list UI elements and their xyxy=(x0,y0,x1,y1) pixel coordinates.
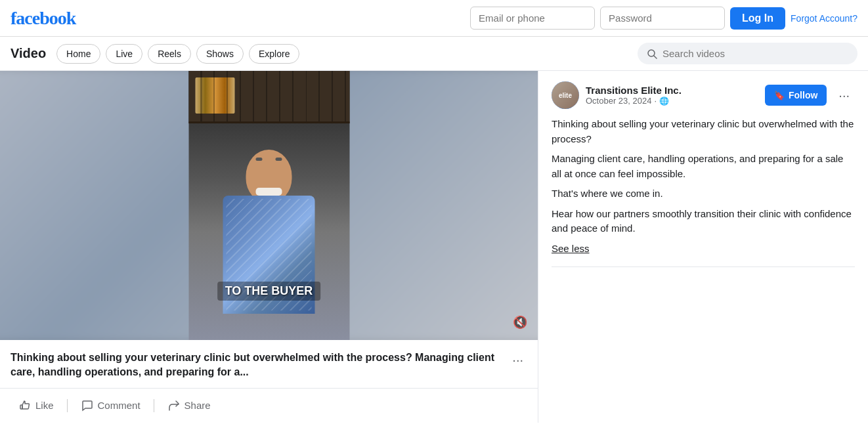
share-icon xyxy=(167,399,181,412)
channel-info: Transitions Elite Inc. October 23, 2024 … xyxy=(586,85,758,106)
description-divider xyxy=(552,266,855,267)
bookshelf-bg xyxy=(188,71,349,123)
video-info: Thinking about selling your veterinary c… xyxy=(0,340,538,389)
video-controls: 🔇 xyxy=(513,315,527,330)
subnav: Video Home Live Reels Shows Explore xyxy=(0,37,868,71)
share-button[interactable]: Share xyxy=(160,394,219,417)
globe-icon: 🌐 xyxy=(659,96,669,106)
main-layout: TO THE BUYER 🔇 Thinking about selling yo… xyxy=(0,71,868,423)
bookmark-icon: 🔖 xyxy=(774,91,785,100)
login-button[interactable]: Log In xyxy=(730,7,785,30)
like-label: Like xyxy=(35,400,54,411)
video-section: TO THE BUYER 🔇 Thinking about selling yo… xyxy=(0,71,538,423)
auth-section: Log In Forgot Account? xyxy=(470,7,857,30)
comment-icon xyxy=(81,399,94,412)
subnav-shows[interactable]: Shows xyxy=(196,44,244,64)
channel-meta: October 23, 2024 · 🌐 xyxy=(586,96,758,106)
desc-line2: Managing client care, handling operation… xyxy=(552,152,855,181)
channel-row: elite Transitions Elite Inc. October 23,… xyxy=(552,81,855,109)
subnav-explore[interactable]: Explore xyxy=(249,44,299,64)
header: facebook Log In Forgot Account? xyxy=(0,0,868,37)
desc-line3: That's where we come in. xyxy=(552,186,855,202)
follow-label: Follow xyxy=(789,90,817,100)
svg-line-1 xyxy=(654,56,657,58)
password-input[interactable] xyxy=(600,7,725,30)
subnav-title: Video xyxy=(11,46,46,61)
forgot-account-link[interactable]: Forgot Account? xyxy=(791,13,857,24)
volume-icon[interactable]: 🔇 xyxy=(513,315,527,330)
desc-line1: Thinking about selling your veterinary c… xyxy=(552,117,855,146)
right-panel: elite Transitions Elite Inc. October 23,… xyxy=(538,71,868,423)
facebook-logo: facebook xyxy=(11,8,76,29)
video-title-row: Thinking about selling your veterinary c… xyxy=(11,351,527,380)
search-videos-container xyxy=(638,43,857,64)
video-more-options-button[interactable]: ··· xyxy=(508,352,527,368)
channel-avatar: elite xyxy=(552,81,579,109)
like-icon xyxy=(18,399,32,412)
desc-line4: Hear how our partners smoothly transitio… xyxy=(552,207,855,236)
video-player[interactable]: TO THE BUYER 🔇 xyxy=(0,71,538,340)
comment-button[interactable]: Comment xyxy=(73,394,148,417)
see-less-link[interactable]: See less xyxy=(552,243,590,254)
person-head xyxy=(246,150,292,202)
avatar-text: elite xyxy=(559,92,572,99)
person-body xyxy=(210,143,328,340)
channel-name: Transitions Elite Inc. xyxy=(586,85,758,96)
dot-separator: · xyxy=(654,96,657,106)
video-caption-text: TO THE BUYER xyxy=(217,282,321,301)
comment-label: Comment xyxy=(98,400,141,411)
subnav-reels[interactable]: Reels xyxy=(148,44,191,64)
follow-button[interactable]: 🔖 Follow xyxy=(765,85,827,106)
channel-date: October 23, 2024 xyxy=(586,96,651,106)
channel-more-options-button[interactable]: ··· xyxy=(833,84,855,107)
subnav-home[interactable]: Home xyxy=(56,44,100,64)
like-button[interactable]: Like xyxy=(11,394,62,417)
video-actions: Like Comment Share xyxy=(0,389,538,423)
search-icon xyxy=(647,49,657,59)
search-videos-input[interactable] xyxy=(662,48,848,59)
email-input[interactable] xyxy=(470,7,595,30)
action-divider-1 xyxy=(67,399,68,412)
share-label: Share xyxy=(184,400,211,411)
svg-rect-2 xyxy=(20,405,22,409)
post-description: Thinking about selling your veterinary c… xyxy=(552,117,855,256)
video-title: Thinking about selling your veterinary c… xyxy=(11,351,502,380)
subnav-live[interactable]: Live xyxy=(106,44,142,64)
action-divider-2 xyxy=(154,399,154,412)
